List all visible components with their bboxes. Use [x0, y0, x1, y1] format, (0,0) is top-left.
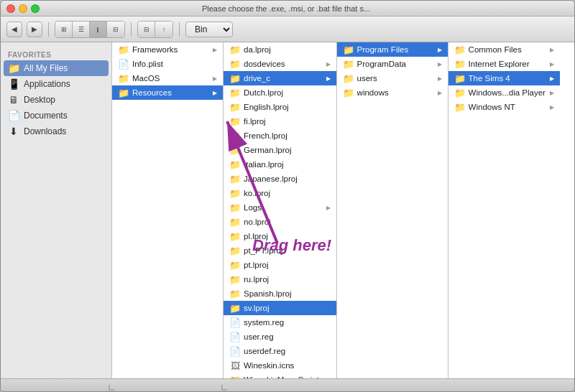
- sidebar-label-documents: Documents: [24, 111, 68, 121]
- file-item-wineskin-icns[interactable]: 🖼Wineskin.icns: [224, 358, 336, 373]
- file-item-system-reg[interactable]: 📄system.reg: [224, 315, 336, 330]
- file-item-wineskinmenuscripts[interactable]: 📁WineskinMenuScripts: [224, 373, 336, 378]
- file-icon-system-reg: 📄: [229, 317, 241, 328]
- file-icon-userdef-reg: 📄: [229, 345, 241, 357]
- file-name-drive-c: drive_c: [244, 74, 323, 83]
- file-name-german-lproj: German.lproj: [244, 146, 331, 154]
- arrange-buttons: ⊟ ↑: [137, 21, 173, 38]
- file-column-1: 📁da.lproj📁dosdevices📁drive_c📁Dutch.lproj…: [224, 42, 337, 378]
- file-name-no-lproj: no.lproj: [244, 218, 331, 226]
- file-icon-ru-lproj: 📁: [229, 274, 241, 285]
- file-item-windows-dia-player[interactable]: 📁Windows...dia Player: [448, 85, 560, 100]
- list-view-button[interactable]: ☰: [73, 22, 90, 37]
- column-view-button[interactable]: ⫿: [90, 22, 107, 37]
- file-icon-logs: 📁: [229, 202, 241, 213]
- file-icon-sv-lproj: 📁: [229, 302, 241, 314]
- file-icon-programdata: 📁: [343, 58, 354, 70]
- file-item-ru-lproj[interactable]: 📁ru.lproj: [224, 272, 336, 286]
- icon-view-button[interactable]: ⊞: [55, 22, 73, 37]
- file-item-dosdevices[interactable]: 📁dosdevices: [224, 57, 336, 71]
- resize-handle-mid: [221, 385, 227, 391]
- file-name-resources: Resources: [132, 88, 210, 97]
- sidebar-item-all-my-files[interactable]: 📁 All My Files: [4, 60, 109, 76]
- file-icon-wineskin-icns: 🖼: [229, 360, 241, 371]
- file-name-pt-lproj: pt.lproj: [244, 261, 331, 269]
- file-item-internet-explorer[interactable]: 📁Internet Explorer: [448, 57, 560, 71]
- file-item-programdata[interactable]: 📁ProgramData: [337, 57, 448, 71]
- file-item-user-reg[interactable]: 📄user.reg: [224, 330, 336, 344]
- file-item-the-sims-4[interactable]: 📁The Sims 4: [448, 71, 560, 85]
- file-icon-info-plist: 📄: [118, 58, 129, 70]
- arrange-button[interactable]: ⊟: [138, 22, 155, 37]
- file-name-pl-lproj: pl.lproj: [244, 232, 331, 241]
- file-name-english-lproj: English.lproj: [244, 103, 331, 111]
- back-button[interactable]: ◀: [6, 22, 22, 37]
- file-item-windows-nt[interactable]: 📁Windows NT: [448, 100, 560, 114]
- file-item-userdef-reg[interactable]: 📄userdef.reg: [224, 344, 336, 358]
- file-item-info-plist[interactable]: 📄Info.plist: [112, 57, 223, 71]
- file-icon-common-files: 📁: [454, 44, 466, 55]
- file-icon-english-lproj: 📁: [229, 101, 241, 113]
- file-icon-program-files: 📁: [343, 44, 354, 55]
- file-item-resources[interactable]: 📁Resources: [112, 85, 223, 100]
- file-item-pt-lproj[interactable]: 📁pt.lproj: [224, 258, 336, 272]
- file-item-logs[interactable]: 📁Logs: [224, 200, 336, 215]
- file-item-spanish-lproj[interactable]: 📁Spanish.lproj: [224, 286, 336, 301]
- file-item-english-lproj[interactable]: 📁English.lproj: [224, 100, 336, 114]
- file-column-2: 📁Program Files📁ProgramData📁users📁windows: [337, 42, 448, 378]
- path-dropdown[interactable]: Bin: [185, 22, 233, 37]
- file-name-dosdevices: dosdevices: [244, 60, 323, 68]
- file-item-program-files[interactable]: 📁Program Files: [337, 42, 448, 57]
- file-item-pl-lproj[interactable]: 📁pl.lproj: [224, 229, 336, 243]
- file-item-japanese-lproj[interactable]: 📁Japanese.lproj: [224, 172, 336, 186]
- sidebar-section-favorites: FAVORITES: [1, 48, 111, 60]
- file-name-user-reg: user.reg: [244, 332, 331, 341]
- coverflow-view-button[interactable]: ⊟: [107, 22, 124, 37]
- sidebar-icon-applications: 📱: [8, 78, 19, 90]
- file-icon-the-sims-4: 📁: [454, 73, 466, 84]
- file-item-french-lproj[interactable]: 📁French.lproj: [224, 129, 336, 143]
- window-title: Please choose the .exe, .msi, or .bat fi…: [4, 4, 569, 13]
- file-item-common-files[interactable]: 📁Common Files: [448, 42, 560, 57]
- file-name-macos: MacOS: [132, 74, 210, 83]
- file-item-ko-lproj[interactable]: 📁ko.lproj: [224, 186, 336, 200]
- file-icon-users: 📁: [343, 73, 354, 84]
- file-icon-drive-c: 📁: [229, 73, 241, 84]
- sidebar-item-applications[interactable]: 📱 Applications: [1, 76, 111, 92]
- file-item-windows[interactable]: 📁windows: [337, 85, 448, 100]
- file-name-frameworks: Frameworks: [132, 45, 210, 54]
- sidebar-item-documents[interactable]: 📄 Documents: [1, 108, 111, 123]
- file-item-sv-lproj[interactable]: 📁sv.lproj: [224, 301, 336, 315]
- separator-1: [48, 22, 49, 37]
- sidebar-icon-documents: 📄: [8, 110, 19, 121]
- file-item-dutch-lproj[interactable]: 📁Dutch.lproj: [224, 85, 336, 100]
- file-item-users[interactable]: 📁users: [337, 71, 448, 85]
- file-item-pt-pt-lproj[interactable]: 📁pt_PT.lproj: [224, 243, 336, 258]
- file-icon-fi-lproj: 📁: [229, 116, 241, 127]
- path-control[interactable]: Bin: [185, 22, 233, 37]
- file-icon-german-lproj: 📁: [229, 144, 241, 156]
- forward-button[interactable]: ▶: [27, 22, 42, 37]
- file-item-macos[interactable]: 📁MacOS: [112, 71, 223, 85]
- titlebar: Please choose the .exe, .msi, or .bat fi…: [1, 1, 574, 17]
- sidebar-item-desktop[interactable]: 🖥 Desktop: [1, 92, 111, 108]
- file-column-3: 📁Common Files📁Internet Explorer📁The Sims…: [448, 42, 560, 378]
- file-item-german-lproj[interactable]: 📁German.lproj: [224, 143, 336, 157]
- file-name-ru-lproj: ru.lproj: [244, 275, 331, 284]
- file-item-drive-c[interactable]: 📁drive_c: [224, 71, 336, 85]
- file-icon-wineskinmenuscripts: 📁: [229, 374, 241, 378]
- file-name-italian-lproj: Italian.lproj: [244, 160, 331, 169]
- file-item-italian-lproj[interactable]: 📁Italian.lproj: [224, 157, 336, 172]
- file-item-fi-lproj[interactable]: 📁fi.lproj: [224, 114, 336, 129]
- file-name-programdata: ProgramData: [357, 60, 435, 68]
- file-item-no-lproj[interactable]: 📁no.lproj: [224, 215, 336, 229]
- share-button[interactable]: ↑: [155, 22, 172, 37]
- file-icon-no-lproj: 📁: [229, 216, 241, 228]
- sidebar-icon-desktop: 🖥: [8, 94, 19, 106]
- view-buttons: ⊞ ☰ ⫿ ⊟: [55, 21, 125, 38]
- file-item-da-lproj[interactable]: 📁da.lproj: [224, 42, 336, 57]
- file-icon-ko-lproj: 📁: [229, 187, 241, 199]
- file-item-frameworks[interactable]: 📁Frameworks: [112, 42, 223, 57]
- sidebar-item-downloads[interactable]: ⬇ Downloads: [1, 123, 111, 139]
- file-name-windows: windows: [357, 88, 435, 97]
